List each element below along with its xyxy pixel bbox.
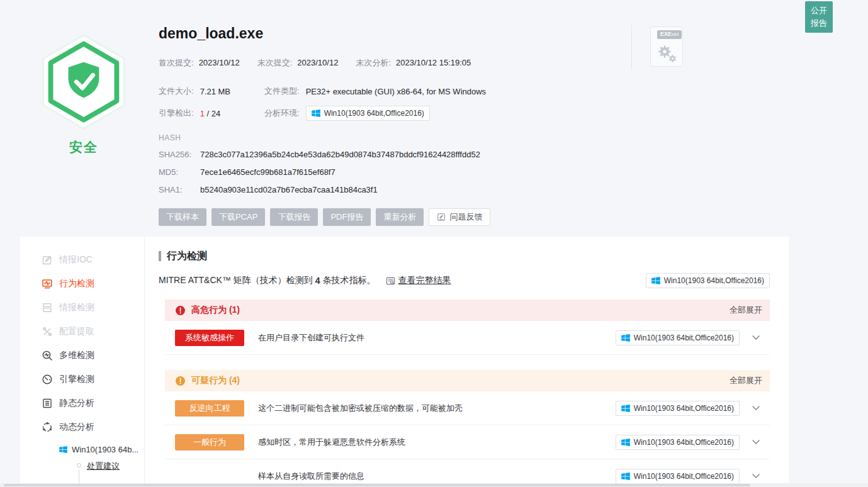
behavior-description: 这个二进制可能包含被加密或被压缩的数据，可能被加壳: [258, 403, 616, 414]
sidebar-item-label: 行为检测: [59, 278, 94, 289]
scrollbar-thumb[interactable]: [4, 484, 750, 486]
submit-dates: 首次提交:2023/10/12 末次提交:2023/10/12 末次分析:202…: [159, 57, 631, 69]
crossed-tools-icon: [42, 326, 53, 337]
env-badge: Win10(1903 64bit,Office2016): [616, 469, 740, 484]
sidebar-subitem-disposal[interactable]: 处置建议: [77, 461, 144, 472]
edit-square-icon: [42, 254, 53, 266]
feedback-label: 问题反馈: [449, 211, 482, 223]
env-badge: Win10(1903 64bit,Office2016): [616, 435, 740, 450]
windows-logo-icon: [621, 405, 630, 412]
alert-icon: [175, 305, 186, 316]
behavior-row[interactable]: 反逆向工程 这个二进制可能包含被加密或被压缩的数据，可能被加壳 Win10(19…: [165, 391, 770, 425]
feedback-icon: [437, 213, 446, 221]
magnifier-pulse-icon: [42, 350, 53, 361]
md5-value: 7ece1e6465ecfc99b681a7f615ef68f7: [200, 167, 335, 177]
feedback-button[interactable]: 问题反馈: [429, 208, 490, 226]
last-submit-label: 末次提交:: [257, 58, 293, 67]
shield-check-icon: [24, 31, 144, 136]
mitre-summary-suffix: 条技术指标。: [323, 275, 376, 286]
windows-logo-icon: [621, 334, 630, 342]
windows-logo-icon: [621, 473, 630, 480]
behavior-row[interactable]: 一般行为 感知时区，常用于躲避恶意软件分析系统 Win10(1903 64bit…: [165, 425, 770, 459]
sidebar-item-static-analysis[interactable]: 静态分析: [20, 391, 144, 415]
sidebar-item-config-extract[interactable]: 配置提取: [20, 320, 144, 344]
sha256-value: 728c3c077a12396a5b24cb4e53da62b49d0874b3…: [200, 150, 480, 159]
chevron-down-icon[interactable]: [752, 474, 760, 478]
sidebar-item-intel-ioc[interactable]: 情报IOC: [20, 248, 144, 272]
engine-total-count: / 24: [206, 109, 220, 118]
file-type-label: 文件类型:: [264, 86, 300, 97]
analysis-env-value: Win10(1903 64bit,Office2016): [324, 109, 424, 118]
engine-detected-count: 1: [200, 109, 205, 118]
sidebar-item-multi-detect[interactable]: 多维检测: [20, 344, 144, 367]
expand-all-link[interactable]: 全部展开: [730, 305, 762, 316]
behavior-detect-panel: 行为检测 MITRE ATT&CK™ 矩阵（技术）检测到 4 条技术指标。 查看…: [145, 237, 789, 487]
file-size-label: 文件大小:: [159, 86, 194, 97]
windows-logo-icon: [312, 109, 320, 117]
public-report-line1: 公开: [811, 6, 827, 15]
gears-icon: [656, 43, 679, 64]
env-badge: Win10(1903 64bit,Office2016): [616, 401, 740, 416]
horizontal-scrollbar[interactable]: [0, 483, 868, 487]
sidebar-item-engine-detect[interactable]: 引擎检测: [20, 367, 144, 391]
mitre-summary-prefix: MITRE ATT&CK™ 矩阵（技术）检测到: [159, 275, 313, 286]
download-pcap-button[interactable]: 下载PCAP: [211, 208, 265, 226]
view-full-results-link[interactable]: 查看完整结果: [398, 275, 451, 286]
behavior-description: 样本从自身读取所需要的信息: [258, 471, 616, 482]
group-title: 高危行为 (1): [191, 305, 240, 316]
pdf-report-button[interactable]: PDF报告: [323, 208, 371, 226]
sidebar-item-label: 情报IOC: [59, 254, 93, 266]
sidebar-item-intel-detect[interactable]: 情报检测: [20, 296, 144, 320]
behavior-description: 在用户目录下创建可执行文件: [258, 332, 616, 344]
download-sample-button[interactable]: 下载样本: [159, 208, 206, 226]
group-header-high-risk: 高危行为 (1) 全部展开: [165, 299, 770, 321]
sidebar-item-label: 配置提取: [59, 326, 94, 337]
group-header-suspicious: 可疑行为 (4) 全部展开: [165, 370, 770, 391]
behavior-group-high-risk: 高危行为 (1) 全部展开 系统敏感操作 在用户目录下创建可执行文件 Win10…: [165, 299, 770, 355]
sha1-value: b5240a903e11cd02a7b67ecba7caa141b84ca3f1: [200, 185, 378, 194]
exe-badge-arch: x64: [672, 32, 679, 36]
last-analysis-value: 2023/10/12 15:19:05: [396, 58, 471, 67]
mitre-summary-row: MITRE ATT&CK™ 矩阵（技术）检测到 4 条技术指标。 查看完整结果 …: [159, 273, 770, 288]
behavior-group-suspicious: 可疑行为 (4) 全部展开 反逆向工程 这个二进制可能包含被加密或被压缩的数据，…: [165, 370, 770, 487]
engine-detect-label: 引擎检出:: [159, 108, 194, 119]
sha1-label: SHA1:: [159, 185, 200, 194]
windows-logo-icon: [59, 446, 67, 453]
behavior-monitor-icon: [42, 278, 53, 289]
verdict-label: 安全: [24, 138, 144, 156]
expand-all-link[interactable]: 全部展开: [730, 375, 762, 386]
header-divider: [631, 25, 632, 69]
file-name: demo_load.exe: [159, 25, 631, 42]
analysis-env-label: 分析环境:: [264, 108, 300, 119]
public-report-line2: 报告: [811, 18, 827, 28]
sidebar-item-behavior-detect[interactable]: 行为检测: [20, 272, 144, 296]
sidebar-env-node[interactable]: Win10(1903 64b...: [20, 439, 144, 459]
gauge-icon: [42, 374, 53, 385]
alert-icon: [175, 376, 186, 386]
view-results-icon: [386, 276, 395, 286]
public-report-button[interactable]: 公开 报告: [805, 1, 833, 33]
report-sidebar: 情报IOC 行为检测 情报检测 配置提取 多维检测 引擎检测 静态分析 动态分: [20, 237, 145, 487]
sidebar-env-label: Win10(1903 64b...: [72, 445, 138, 454]
last-submit-value: 2023/10/12: [297, 58, 338, 67]
exe-badge: EXEx64: [657, 30, 682, 39]
sidebar-item-label: 动态分析: [59, 422, 94, 433]
behavior-row[interactable]: 系统敏感操作 在用户目录下创建可执行文件 Win10(1903 64bit,Of…: [165, 321, 770, 355]
hash-title: HASH: [159, 133, 631, 142]
behavior-tag: 反逆向工程: [175, 400, 244, 417]
report-card: 情报IOC 行为检测 情报检测 配置提取 多维检测 引擎检测 静态分析 动态分: [20, 237, 789, 487]
windows-logo-icon: [651, 277, 660, 284]
reanalyze-button[interactable]: 重新分析: [376, 208, 424, 226]
chevron-down-icon[interactable]: [752, 335, 760, 340]
chevron-down-icon[interactable]: [752, 440, 760, 444]
sidebar-item-dynamic-analysis[interactable]: 动态分析: [20, 415, 144, 439]
chevron-up-icon: [142, 447, 144, 451]
chevron-down-icon[interactable]: [752, 406, 760, 410]
section-title: 行为检测: [167, 250, 207, 263]
group-title: 可疑行为 (4): [191, 375, 240, 386]
action-buttons: 下载样本 下载PCAP 下载报告 PDF报告 重新分析 问题反馈: [159, 208, 631, 226]
download-report-button[interactable]: 下载报告: [270, 208, 318, 226]
double-grid-icon: [42, 302, 53, 313]
file-header: demo_load.exe 首次提交:2023/10/12 末次提交:2023/…: [159, 25, 631, 226]
behavior-description: 感知时区，常用于躲避恶意软件分析系统: [258, 437, 616, 448]
